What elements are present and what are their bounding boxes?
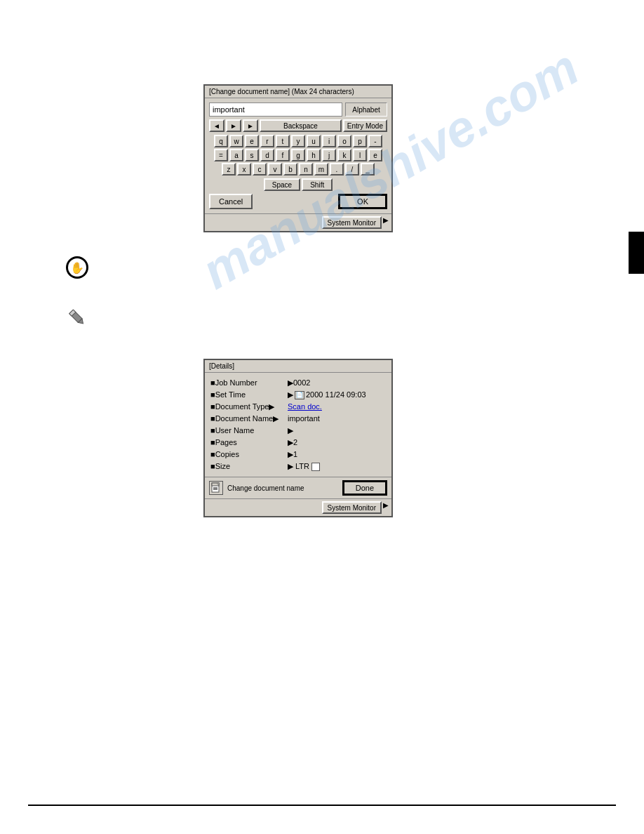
- key-e[interactable]: e: [245, 135, 259, 147]
- nav-row: ◄ ► ► Backspace Entry Mode: [209, 119, 387, 132]
- svg-text:✋: ✋: [70, 261, 84, 274]
- nav-left-button[interactable]: ◄: [209, 119, 224, 132]
- nav-right2-button[interactable]: ►: [243, 119, 258, 132]
- nav-right-button[interactable]: ►: [226, 119, 241, 132]
- size-row: ■Size ▶ LTR: [210, 461, 386, 472]
- sys-mon-arrow-1[interactable]: ▶: [383, 216, 389, 229]
- key-i[interactable]: i: [322, 135, 336, 147]
- set-time-doc-icon: 📄: [295, 391, 304, 399]
- doc-edit-icon: [210, 482, 222, 494]
- hand-icon-row: ✋: [63, 253, 616, 282]
- key-x[interactable]: x: [237, 163, 251, 176]
- document-name-input[interactable]: [209, 102, 342, 117]
- set-time-row: ■Set Time ▶📄2000 11/24 09:03: [210, 389, 386, 401]
- key-d[interactable]: d: [260, 149, 274, 161]
- bottom-line: [28, 805, 616, 806]
- hand-svg: ✋: [65, 255, 90, 280]
- size-checkbox: [311, 463, 320, 471]
- key-y[interactable]: y: [291, 135, 305, 147]
- key-c[interactable]: c: [253, 163, 267, 176]
- size-value: ▶ LTR: [288, 462, 320, 471]
- key-t[interactable]: t: [276, 135, 290, 147]
- keyboard-row-3: z x c v b n m . / _: [209, 163, 387, 176]
- user-name-label: ■User Name: [210, 426, 288, 435]
- key-e2[interactable]: e: [368, 149, 382, 161]
- copies-value: ▶1: [288, 450, 297, 459]
- pages-label: ■Pages: [210, 438, 288, 447]
- key-w[interactable]: w: [229, 135, 243, 147]
- dialog1-system-monitor-row: System Monitor ▶: [205, 213, 391, 231]
- key-v[interactable]: v: [268, 163, 282, 176]
- key-underscore[interactable]: _: [361, 163, 375, 176]
- pages-row: ■Pages ▶2: [210, 437, 386, 449]
- dialog1-body: Alphabet ◄ ► ► Backspace Entry Mode q w …: [205, 98, 391, 213]
- pages-value: ▶2: [288, 438, 297, 447]
- key-dot[interactable]: .: [330, 163, 344, 176]
- icons-section: ✋: [28, 253, 616, 331]
- shift-button[interactable]: Shift: [302, 178, 333, 191]
- key-g[interactable]: g: [291, 149, 305, 161]
- change-doc-icon[interactable]: [209, 481, 223, 495]
- key-r[interactable]: r: [260, 135, 274, 147]
- keyboard-row-1: q w e r t y u i o p -: [209, 135, 387, 147]
- doc-type-label: ■Document Type▶: [210, 402, 288, 411]
- key-b[interactable]: b: [283, 163, 297, 176]
- key-n[interactable]: n: [299, 163, 313, 176]
- dialog1-title: [Change document name] (Max 24 character…: [205, 86, 391, 98]
- job-number-value: ▶0002: [288, 378, 310, 388]
- system-monitor-button-1[interactable]: System Monitor: [322, 216, 382, 229]
- change-doc-name-button[interactable]: Change document name: [227, 484, 338, 492]
- copies-row: ■Copies ▶1: [210, 449, 386, 461]
- job-number-row: ■Job Number ▶0002: [210, 377, 386, 389]
- page-content: [Change document name] (Max 24 character…: [0, 0, 644, 531]
- space-shift-row: Space Shift: [209, 178, 387, 191]
- key-eq[interactable]: =: [214, 149, 228, 161]
- key-o[interactable]: o: [337, 135, 351, 147]
- dialog1-bottom-row: Cancel OK: [209, 194, 387, 209]
- key-f[interactable]: f: [276, 149, 290, 161]
- change-document-name-dialog: [Change document name] (Max 24 character…: [203, 84, 393, 232]
- pencil-icon: [63, 303, 91, 331]
- dialog2-title: [Details]: [205, 360, 391, 373]
- pencil-svg: [67, 306, 88, 327]
- svg-rect-8: [217, 483, 219, 484]
- user-name-row: ■User Name ▶: [210, 425, 386, 437]
- doc-name-label: ■Document Name▶: [210, 414, 288, 423]
- key-j[interactable]: j: [322, 149, 336, 161]
- backspace-button[interactable]: Backspace: [260, 119, 342, 132]
- job-number-label: ■Job Number: [210, 378, 288, 388]
- pencil-icon-row: [63, 296, 616, 331]
- key-p[interactable]: p: [353, 135, 367, 147]
- change-doc-name-row: Change document name Done: [205, 477, 391, 498]
- sys-mon-arrow-2[interactable]: ▶: [383, 501, 389, 514]
- details-body: ■Job Number ▶0002 ■Set Time ▶📄2000 11/24…: [205, 373, 391, 477]
- key-h[interactable]: h: [307, 149, 321, 161]
- set-time-label: ■Set Time: [210, 390, 288, 399]
- key-u[interactable]: u: [307, 135, 321, 147]
- key-l[interactable]: l: [353, 149, 367, 161]
- key-q[interactable]: q: [214, 135, 228, 147]
- key-m[interactable]: m: [314, 163, 328, 176]
- done-button[interactable]: Done: [342, 480, 387, 496]
- key-s[interactable]: s: [245, 149, 259, 161]
- entry-mode-button[interactable]: Entry Mode: [343, 119, 387, 132]
- doc-name-value: important: [288, 414, 320, 423]
- user-name-value: ▶: [288, 426, 293, 435]
- space-button[interactable]: Space: [264, 178, 300, 191]
- doc-type-value: Scan doc.: [288, 402, 322, 411]
- alphabet-button[interactable]: Alphabet: [345, 102, 387, 117]
- key-dash[interactable]: -: [368, 135, 382, 147]
- cancel-button[interactable]: Cancel: [209, 194, 253, 209]
- ok-button[interactable]: OK: [338, 194, 387, 209]
- doc-name-row: ■Document Name▶ important: [210, 413, 386, 425]
- system-monitor-button-2[interactable]: System Monitor: [322, 501, 382, 514]
- doc-type-row: ■Document Type▶ Scan doc.: [210, 401, 386, 413]
- key-a[interactable]: a: [229, 149, 243, 161]
- copies-label: ■Copies: [210, 450, 288, 459]
- details-dialog: [Details] ■Job Number ▶0002 ■Set Time ▶📄…: [203, 359, 393, 517]
- dialog2-system-monitor-row: System Monitor ▶: [205, 498, 391, 516]
- key-slash[interactable]: /: [345, 163, 359, 176]
- key-k[interactable]: k: [337, 149, 351, 161]
- key-z[interactable]: z: [222, 163, 236, 176]
- keyboard-row-2: = a s d f g h j k l e: [209, 149, 387, 161]
